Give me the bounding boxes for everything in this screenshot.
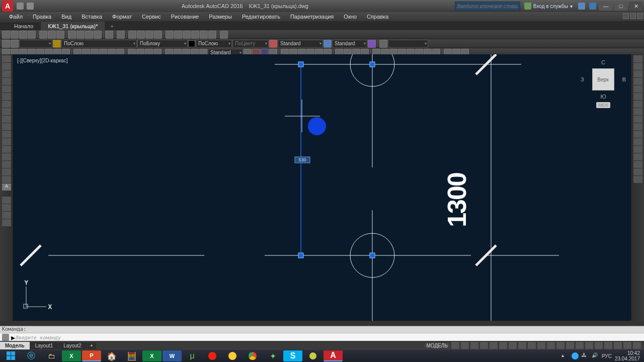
rt-9-icon[interactable]	[633, 116, 642, 123]
drawing-canvas[interactable]: [-][Сверху][2D-каркас]	[13, 54, 631, 321]
mark-icon[interactable]	[200, 31, 208, 39]
sb-qp-icon[interactable]	[547, 342, 555, 349]
rt-11-icon[interactable]	[633, 131, 642, 138]
rt-16-icon[interactable]	[633, 168, 642, 175]
plot-icon[interactable]	[39, 31, 47, 39]
exchange-icon[interactable]	[578, 3, 585, 10]
lt-mod1-icon[interactable]	[2, 197, 11, 204]
app2-icon[interactable]	[303, 350, 323, 361]
utorrent-icon[interactable]: μ	[183, 350, 202, 361]
zoomw-icon[interactable]	[145, 31, 153, 39]
props-icon[interactable]	[166, 31, 174, 39]
rt-14-icon[interactable]	[633, 153, 642, 160]
menu-insert[interactable]: Вставка	[76, 14, 107, 20]
lt-grad-icon[interactable]	[2, 161, 11, 168]
sb-trans-icon[interactable]	[537, 342, 545, 349]
copy-icon[interactable]	[76, 31, 85, 39]
search-input[interactable]	[455, 2, 520, 11]
rt-4-icon[interactable]	[633, 78, 642, 85]
maximize-button[interactable]: □	[614, 2, 628, 11]
sb-iso-icon[interactable]	[604, 342, 612, 349]
sb-ws-icon[interactable]	[576, 342, 584, 349]
sb-hw-icon[interactable]	[614, 342, 622, 349]
word-icon[interactable]: W	[163, 350, 182, 361]
lt-spline-icon[interactable]	[2, 116, 11, 123]
viewcube-top-face[interactable]: Верх	[592, 68, 614, 90]
cut-icon[interactable]	[68, 31, 76, 39]
chrome-icon[interactable]	[243, 350, 262, 361]
signin-button[interactable]: Вход в службы ▾	[520, 3, 577, 10]
lt-mod4-icon[interactable]	[2, 219, 11, 226]
calc-icon[interactable]: 🧮	[122, 350, 141, 361]
redo-icon[interactable]	[117, 31, 125, 39]
lt-ellipse-icon[interactable]	[2, 123, 11, 130]
new-icon[interactable]	[2, 31, 10, 39]
tpal-icon[interactable]	[183, 31, 191, 39]
lt-point-icon[interactable]	[2, 146, 11, 153]
calc-icon[interactable]	[208, 31, 216, 39]
minimize-button[interactable]: —	[599, 2, 613, 11]
lt-block-icon[interactable]	[2, 138, 11, 145]
sb-grid-icon[interactable]	[451, 342, 459, 349]
lt-table-icon[interactable]	[2, 176, 11, 183]
model-button[interactable]: МОДЕЛЬ	[425, 343, 450, 348]
layer-tool-icon[interactable]	[2, 40, 10, 48]
dimstyle-combo[interactable]: Standard	[332, 40, 367, 48]
zoom-icon[interactable]	[137, 31, 145, 39]
rt-15-icon[interactable]	[633, 161, 642, 168]
lt-ellarc-icon[interactable]	[2, 131, 11, 138]
menu-edit[interactable]: Правка	[28, 14, 56, 20]
qat-open-icon[interactable]	[17, 3, 24, 10]
linetype-combo[interactable]: ПоБлоку	[137, 40, 188, 48]
menu-tools[interactable]: Сервис	[137, 14, 166, 20]
sb-3dosnap-icon[interactable]	[499, 342, 507, 349]
lt-arc-icon[interactable]	[2, 93, 11, 100]
lt-rev-icon[interactable]	[2, 108, 11, 115]
sb-units-icon[interactable]	[595, 342, 603, 349]
help-icon[interactable]	[589, 3, 596, 10]
viewcube[interactable]: С З Верх В Ю МСК	[581, 59, 626, 109]
rt-3-icon[interactable]	[633, 70, 642, 77]
paste-icon[interactable]	[85, 31, 93, 39]
excel-taskbar-icon[interactable]: X	[62, 350, 81, 361]
viewcube-east[interactable]: В	[622, 76, 626, 82]
menu-parametric[interactable]: Параметризация	[285, 14, 339, 20]
qat-save-icon[interactable]	[27, 3, 34, 10]
start-tab[interactable]: Начало	[0, 22, 40, 30]
document-tab-active[interactable]: КЖ1_31 (крыльца)*	[41, 22, 105, 30]
sb-otrack-icon[interactable]	[509, 342, 517, 349]
lt-pline-icon[interactable]	[2, 70, 11, 77]
sb-cust-icon[interactable]	[633, 342, 641, 349]
rt-17-icon[interactable]	[633, 176, 642, 183]
tray-up-icon[interactable]: ▴	[561, 352, 569, 359]
helpbtn-icon[interactable]	[220, 31, 228, 39]
rt-13-icon[interactable]	[633, 146, 642, 153]
lt-region-icon[interactable]	[2, 168, 11, 175]
lt-rect-icon[interactable]	[2, 85, 11, 93]
rt-10-icon[interactable]	[633, 123, 642, 130]
zoomp-icon[interactable]	[154, 31, 162, 39]
sb-ortho-icon[interactable]	[470, 342, 478, 349]
sheet-icon[interactable]	[191, 31, 199, 39]
rt-6-icon[interactable]	[633, 93, 642, 100]
sb-anno-icon[interactable]	[566, 342, 574, 349]
sb-sc-icon[interactable]	[556, 342, 565, 349]
menu-format[interactable]: Формат	[107, 14, 137, 20]
viewcube-west[interactable]: З	[581, 76, 584, 82]
preview-icon[interactable]	[48, 31, 56, 39]
sb-polar-icon[interactable]	[480, 342, 488, 349]
viewcube-north[interactable]: С	[581, 59, 626, 65]
wcs-button[interactable]: МСК	[596, 102, 610, 108]
tscolor-icon[interactable]	[269, 40, 277, 48]
undo-icon[interactable]	[105, 31, 113, 39]
rt-2-icon[interactable]	[633, 63, 642, 70]
sb-clean-icon[interactable]	[623, 342, 631, 349]
mleader-combo[interactable]	[388, 40, 428, 48]
tbls-icon[interactable]	[368, 40, 376, 48]
rt-7-icon[interactable]	[633, 101, 642, 108]
ie-icon[interactable]: ⓔ	[22, 350, 41, 361]
close-button[interactable]: ✕	[629, 2, 643, 11]
rt-12-icon[interactable]	[633, 138, 642, 145]
mdi-close-icon[interactable]	[637, 13, 643, 19]
app-icon[interactable]: A	[2, 1, 13, 12]
